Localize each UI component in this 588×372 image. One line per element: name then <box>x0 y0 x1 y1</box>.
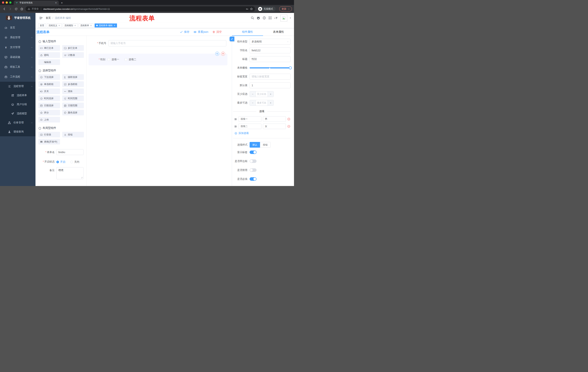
tag-流程定义[interactable]: 流程定义✕ <box>47 23 62 28</box>
link-collapse-tab[interactable] <box>230 37 234 41</box>
sidebar-item-系统管理[interactable]: 系统管理 <box>0 32 35 43</box>
avatar-caret-icon[interactable] <box>289 17 292 19</box>
option-label-input[interactable]: 选项一 <box>239 116 262 122</box>
option-label-input[interactable]: 选项二 <box>239 124 262 129</box>
component-单行文本[interactable]: 单行文本 <box>38 45 60 51</box>
window-zoom-button[interactable] <box>9 1 11 4</box>
style-button-button[interactable]: 按钮 <box>260 142 271 148</box>
forward-button[interactable] <box>8 7 12 11</box>
tag-首页[interactable]: 首页 <box>38 23 46 28</box>
tab-component-props[interactable]: 组件属性 <box>232 28 263 36</box>
help-icon[interactable]: ? <box>262 16 266 20</box>
option-value-input[interactable]: 男 <box>263 116 286 122</box>
drag-handle-icon[interactable] <box>234 117 237 120</box>
reload-button[interactable] <box>14 7 18 11</box>
label-width-input[interactable]: 请输入标签宽度 <box>250 74 291 80</box>
tab-form-props[interactable]: 表单属性 <box>263 28 294 36</box>
component-按钮[interactable]: 按钮 <box>62 132 84 138</box>
user-avatar[interactable] <box>280 15 287 21</box>
bookmark-star-icon[interactable] <box>250 8 253 10</box>
component-时间选择[interactable]: 时间选择 <box>38 96 60 101</box>
browser-menu-icon[interactable] <box>288 8 290 10</box>
remove-option-button[interactable] <box>287 117 290 121</box>
new-tab-button[interactable]: + <box>61 1 63 4</box>
address-bar[interactable]: 不安全 dashboard.yudao.iocoder.cn/bpm/manag… <box>25 6 255 11</box>
component-评分[interactable]: 评分 <box>38 110 60 115</box>
font-size-icon[interactable]: TT <box>274 16 278 20</box>
delete-field-button[interactable] <box>221 52 225 56</box>
stepper-minus-button[interactable]: − <box>250 91 256 97</box>
form-grid-slider[interactable] <box>250 65 291 71</box>
max-select-input[interactable]: 最多可选 <box>256 100 268 106</box>
component-日期范围[interactable]: 日期范围 <box>62 103 84 108</box>
component-多行文本[interactable]: 多行文本 <box>62 45 84 51</box>
sidebar-item-流程管理[interactable]: 流程管理 <box>0 82 35 91</box>
tab-close-icon[interactable]: ✕ <box>55 1 57 4</box>
stepper-minus-button[interactable]: − <box>250 100 256 106</box>
component-滑块[interactable]: 滑块 <box>62 88 84 94</box>
form-remark-textarea[interactable]: 嘿嘿 <box>56 167 84 179</box>
tag-close-icon[interactable]: ✕ <box>58 25 60 27</box>
breadcrumb-home[interactable]: 首页 <box>46 16 51 20</box>
component-日期选择[interactable]: 日期选择 <box>38 103 60 108</box>
component-级联选择[interactable]: 级联选择 <box>62 74 84 80</box>
save-button[interactable]: 保存 <box>180 30 189 34</box>
default-value-input[interactable]: 1 <box>250 83 291 88</box>
style-default-button[interactable]: 默认 <box>250 142 260 148</box>
copy-field-button[interactable] <box>215 52 219 56</box>
stepper-plus-button[interactable]: + <box>268 100 273 106</box>
browser-tab[interactable]: 芋道管理系统 ✕ <box>14 0 59 5</box>
tag-流程表单-编辑[interactable]: 流程表单-编辑✕ <box>94 23 117 28</box>
tag-close-icon[interactable]: ✕ <box>74 25 76 27</box>
home-button[interactable] <box>20 7 24 11</box>
sidebar-item-研发工具[interactable]: 研发工具 <box>0 62 35 72</box>
github-icon[interactable] <box>257 16 260 20</box>
sidebar-item-请假查询[interactable]: 请假查询 <box>0 127 35 136</box>
option-value-input[interactable]: 女 <box>263 124 286 129</box>
back-button[interactable] <box>2 7 7 11</box>
min-select-input[interactable]: 至少应选 <box>256 91 268 97</box>
sidebar-item-工作流程[interactable]: 工作流程 <box>0 72 35 82</box>
status-off-radio[interactable]: 关闭 <box>70 160 79 164</box>
component-时间范围[interactable]: 时间范围 <box>62 96 84 101</box>
add-option-button[interactable]: 添加选项 <box>234 132 291 135</box>
component-下拉选择[interactable]: 下拉选择 <box>38 74 60 80</box>
component-单选框组[interactable]: 单选框组 <box>38 81 60 87</box>
component-type-select[interactable]: 多选框组 <box>250 39 291 45</box>
fullscreen-icon[interactable] <box>268 16 272 20</box>
browser-update-button[interactable]: 更新 <box>279 6 292 11</box>
gender-option-2-checkbox[interactable]: 选项二 <box>125 58 136 61</box>
view-json-button[interactable]: 查看json <box>193 30 208 34</box>
form-name-input[interactable]: biubiu <box>56 149 84 155</box>
tag-流程模型[interactable]: 流程模型✕ <box>63 23 77 28</box>
component-上传[interactable]: 上传 <box>38 117 60 122</box>
tag-流程表单[interactable]: 流程表单✕ <box>79 23 93 28</box>
component-多选框组[interactable]: 多选框组 <box>62 81 84 87</box>
component-计数器[interactable]: 123计数器 <box>62 52 84 58</box>
remove-option-button[interactable] <box>287 125 290 128</box>
component-行容器[interactable]: 行容器 <box>38 132 60 138</box>
sidebar-item-基础设施[interactable]: 基础设施 <box>0 52 35 62</box>
phone-field-input[interactable]: 请输入手机号 <box>108 40 226 46</box>
sidebar-item-流程表单[interactable]: 流程表单 <box>0 91 35 100</box>
component-表格[开发中][interactable]: 表格[开发中] <box>38 139 60 145</box>
status-on-radio[interactable]: 开启 <box>56 160 65 164</box>
sidebar-item-首页[interactable]: 首页 <box>0 23 35 32</box>
search-icon[interactable] <box>251 16 254 20</box>
component-颜色选择[interactable]: 颜色选择 <box>62 110 84 115</box>
window-minimize-button[interactable] <box>6 1 8 4</box>
title-input[interactable]: 性别 <box>250 56 291 62</box>
sidebar-item-流程模型[interactable]: 流程模型 <box>0 109 35 118</box>
slider-handle[interactable] <box>289 66 292 69</box>
stepper-plus-button[interactable]: + <box>268 91 273 97</box>
sidebar-item-任务管理[interactable]: 任务管理 <box>0 118 35 127</box>
password-key-icon[interactable] <box>246 8 249 10</box>
toggle-是否带边框[interactable] <box>250 159 257 163</box>
sidebar-logo[interactable]: 芋道管理系统 <box>0 13 35 23</box>
component-编辑器[interactable]: 编辑器 <box>38 59 60 65</box>
component-开关[interactable]: 开关 <box>38 88 60 94</box>
field-name-input[interactable]: field122 <box>250 47 291 53</box>
toggle-是否必填[interactable] <box>250 177 257 181</box>
sidebar-item-支付管理[interactable]: ¥支付管理 <box>0 43 35 52</box>
component-密码[interactable]: 密码 <box>38 52 60 58</box>
